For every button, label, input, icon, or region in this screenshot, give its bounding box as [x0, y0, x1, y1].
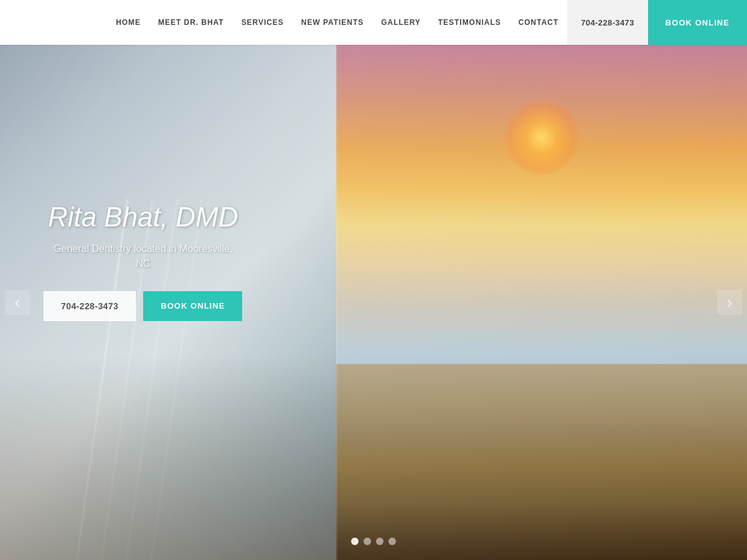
hero-dot-3[interactable]	[376, 538, 383, 545]
header: HOMEMEET DR. BHATSERVICESNEW PATIENTSGAL…	[0, 0, 747, 45]
hero-divider	[336, 45, 337, 560]
nav-item-testimonials[interactable]: TESTIMONIALS	[430, 18, 510, 27]
main-nav: HOMEMEET DR. BHATSERVICESNEW PATIENTSGAL…	[107, 18, 567, 27]
hero-prev-arrow[interactable]: ‹	[5, 290, 30, 315]
nav-item-home[interactable]: HOME	[107, 18, 149, 27]
hero-next-arrow[interactable]: ›	[717, 290, 742, 315]
hero-buttons: 704-228-3473 BOOK ONLINE	[44, 291, 242, 321]
phone-button[interactable]: 704-228-3473	[567, 0, 648, 45]
hero-content: Rita Bhat, DMD General Dentistry located…	[44, 202, 242, 321]
hero-book-button[interactable]: BOOK ONLINE	[143, 291, 242, 321]
nav-item-gallery[interactable]: GALLERY	[372, 18, 430, 27]
hero-phone-button[interactable]: 704-228-3473	[44, 291, 136, 321]
hero-dot-1[interactable]	[351, 538, 359, 545]
nav-item-new-patients[interactable]: NEW PATIENTS	[293, 18, 372, 27]
hero-subtitle: General Dentistry located in Mooresville…	[44, 241, 242, 271]
nav-item-contact[interactable]: CONTACT	[510, 18, 568, 27]
hero-subtitle-line2: NC	[136, 258, 150, 269]
hero-dot-2[interactable]	[364, 538, 371, 545]
hero-dots	[351, 538, 396, 545]
hero-section: Rita Bhat, DMD General Dentistry located…	[0, 45, 747, 560]
hero-title: Rita Bhat, DMD	[44, 202, 242, 233]
book-online-button[interactable]: BOOK ONLINE	[648, 0, 747, 45]
hero-subtitle-line1: General Dentistry located in Mooresville…	[54, 243, 232, 254]
nav-item-meet-dr-bhat[interactable]: MEET DR. BHAT	[149, 18, 233, 27]
nav-item-services[interactable]: SERVICES	[233, 18, 293, 27]
hero-dot-4[interactable]	[388, 538, 396, 545]
